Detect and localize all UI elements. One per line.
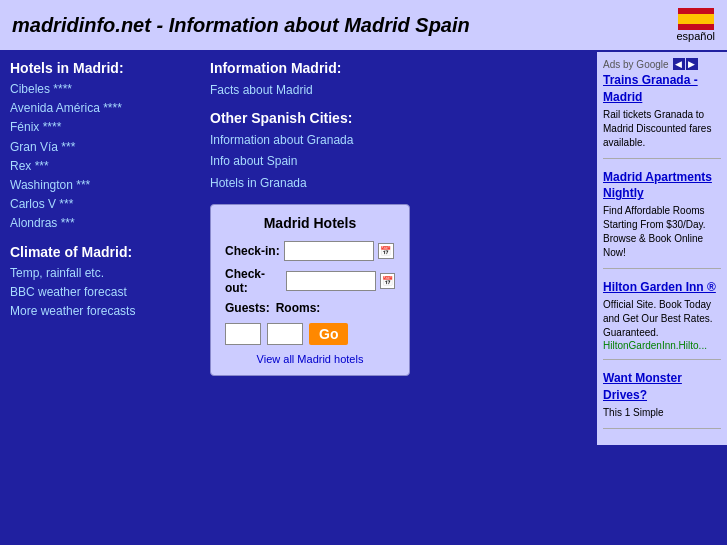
hotel-box-title: Madrid Hotels <box>225 215 395 231</box>
checkout-calendar-icon[interactable]: 📅 <box>380 273 395 289</box>
cities-section-title: Other Spanish Cities: <box>210 110 587 126</box>
main-content: Hotels in Madrid: Cibeles ****Avenida Am… <box>0 52 727 445</box>
ad-body: This 1 Simple <box>603 406 721 420</box>
ads-next-button[interactable]: ▶ <box>686 58 698 70</box>
checkout-label: Check-out: <box>225 267 282 295</box>
page-title: madridinfo.net - Information about Madri… <box>12 14 470 37</box>
checkin-input[interactable] <box>284 241 374 261</box>
hotel-booking-box: Madrid Hotels Check-in: 📅 Check-out: 📅 G… <box>210 204 410 376</box>
climate-link[interactable]: BBC weather forecast <box>10 283 190 302</box>
flag-container: español <box>676 8 715 42</box>
hotel-link[interactable]: Fénix **** <box>10 118 190 137</box>
checkin-label: Check-in: <box>225 244 280 258</box>
hotel-link[interactable]: Rex *** <box>10 157 190 176</box>
checkout-row: Check-out: 📅 <box>225 267 395 295</box>
info-links: Facts about Madrid <box>210 80 587 102</box>
hotel-link[interactable]: Avenida América **** <box>10 99 190 118</box>
ad-title[interactable]: Want Monster Drives? <box>603 370 721 404</box>
go-button[interactable]: Go <box>309 323 348 345</box>
page-header: madridinfo.net - Information about Madri… <box>0 0 727 52</box>
hotel-link[interactable]: Carlos V *** <box>10 195 190 214</box>
ad-title[interactable]: Madrid Apartments Nightly <box>603 169 721 203</box>
hotel-link[interactable]: Gran Vía *** <box>10 138 190 157</box>
left-column: Hotels in Madrid: Cibeles ****Avenida Am… <box>0 52 200 445</box>
hotels-section-title: Hotels in Madrid: <box>10 60 190 76</box>
ad-block: Madrid Apartments NightlyFind Affordable… <box>603 169 721 270</box>
ad-block: Hilton Garden Inn ®Official Site. Book T… <box>603 279 721 360</box>
climate-list: Temp, rainfall etc.BBC weather forecastM… <box>10 264 190 322</box>
ad-title[interactable]: Hilton Garden Inn ® <box>603 279 721 296</box>
ad-body: Find Affordable Rooms Starting From $30/… <box>603 204 721 260</box>
flag-label: español <box>676 30 715 42</box>
info-section-title: Information Madrid: <box>210 60 587 76</box>
climate-section-title: Climate of Madrid: <box>10 244 190 260</box>
climate-link[interactable]: Temp, rainfall etc. <box>10 264 190 283</box>
ad-url: HiltonGardenInn.Hilto... <box>603 340 721 351</box>
ads-prev-button[interactable]: ◀ <box>673 58 685 70</box>
hotel-form: Check-in: 📅 Check-out: 📅 Guests: Rooms: … <box>225 241 395 365</box>
ads-label: Ads by Google <box>603 59 669 70</box>
view-all-link[interactable]: View all Madrid hotels <box>225 353 395 365</box>
city-link[interactable]: Hotels in Granada <box>210 173 587 195</box>
rooms-label: Rooms: <box>276 301 321 315</box>
flag-middle <box>678 14 714 24</box>
hotel-link[interactable]: Alondras *** <box>10 214 190 233</box>
ads-list: Trains Granada - MadridRail tickets Gran… <box>603 72 721 429</box>
checkin-row: Check-in: 📅 <box>225 241 395 261</box>
spain-flag <box>678 8 714 30</box>
ad-title[interactable]: Trains Granada - Madrid <box>603 72 721 106</box>
climate-link[interactable]: More weather forecasts <box>10 302 190 321</box>
guests-input[interactable]: 1 <box>225 323 261 345</box>
city-link[interactable]: Information about Granada <box>210 130 587 152</box>
checkin-calendar-icon[interactable]: 📅 <box>378 243 394 259</box>
ad-block: Trains Granada - MadridRail tickets Gran… <box>603 72 721 159</box>
city-link[interactable]: Info about Spain <box>210 151 587 173</box>
hotel-link[interactable]: Cibeles **** <box>10 80 190 99</box>
ad-body: Official Site. Book Today and Get Our Be… <box>603 298 721 340</box>
guests-rooms-inputs: 1 1 Go <box>225 323 395 345</box>
hotel-link[interactable]: Washington *** <box>10 176 190 195</box>
rooms-input[interactable]: 1 <box>267 323 303 345</box>
ads-header: Ads by Google ◀ ▶ <box>603 58 721 70</box>
guests-rooms-row: Guests: Rooms: <box>225 301 395 315</box>
checkout-input[interactable] <box>286 271 376 291</box>
guests-label: Guests: <box>225 301 270 315</box>
info-link[interactable]: Facts about Madrid <box>210 80 587 102</box>
center-column: Information Madrid: Facts about Madrid O… <box>200 52 597 445</box>
cities-links: Information about GranadaInfo about Spai… <box>210 130 587 195</box>
hotels-list: Cibeles ****Avenida América ****Fénix **… <box>10 80 190 234</box>
ads-nav: ◀ ▶ <box>673 58 698 70</box>
ad-block: Want Monster Drives?This 1 Simple <box>603 370 721 429</box>
right-column: Ads by Google ◀ ▶ Trains Granada - Madri… <box>597 52 727 445</box>
ad-body: Rail tickets Granada to Madrid Discounte… <box>603 108 721 150</box>
